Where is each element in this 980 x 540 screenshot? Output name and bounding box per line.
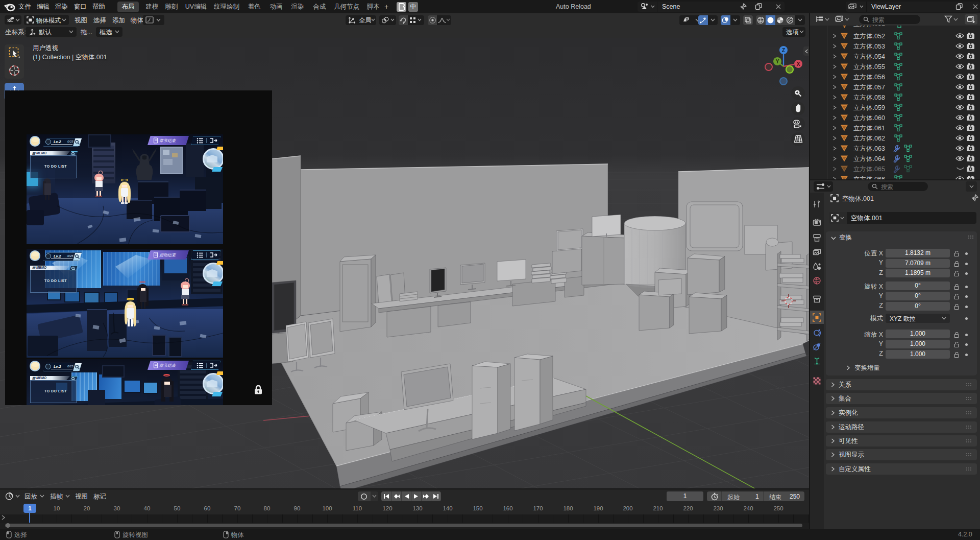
svg-text:X: X	[797, 61, 800, 67]
svg-text:Z: Z	[782, 48, 785, 53]
svg-text:Y: Y	[776, 59, 779, 64]
